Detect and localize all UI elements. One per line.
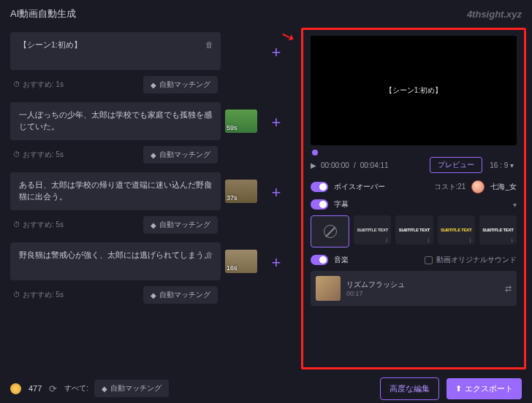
voiceover-toggle[interactable]: [311, 182, 328, 192]
auto-match-all-button[interactable]: ◆ 自動マッチング: [94, 380, 169, 397]
page-title: AI動画自動生成: [10, 7, 76, 20]
preview-button[interactable]: プレビュー: [430, 157, 482, 173]
refresh-button[interactable]: ⟳: [49, 383, 57, 394]
scene-card: ある日、太郎は学校の帰り道で道端に迷い込んだ野良猫に出会う。 🗑 ⏱ おすすめ:…: [10, 172, 289, 237]
aspect-ratio-select[interactable]: 16 : 9 ▾: [487, 159, 517, 172]
scene-card: 野良猫は警戒心が強く、太郎には逃げられてしまう。 🗑 ⏱ おすすめ: 5s ◆自…: [10, 242, 289, 307]
add-scene-button[interactable]: +: [263, 102, 289, 143]
delete-icon[interactable]: 🗑: [205, 250, 213, 261]
play-button[interactable]: ▶: [311, 161, 316, 169]
subtitle-style-option[interactable]: SUBTITLE TEXT↓: [438, 215, 475, 245]
subtitle-style-label: SUBTITLE TEXT: [399, 228, 430, 232]
music-swap-icon[interactable]: ⇄: [505, 284, 512, 293]
current-time: 00:00:00: [321, 161, 349, 169]
auto-match-button[interactable]: ◆自動マッチング: [143, 216, 218, 234]
scene-text[interactable]: 一人ぼっちの少年、太郎は学校でも家庭でも孤独を感じていた。 🗑: [10, 102, 221, 140]
time-sep: /: [354, 161, 356, 169]
subtitle-style-option[interactable]: SUBTITLE TEXT↓: [395, 215, 433, 245]
music-thumb: [316, 276, 341, 301]
subtitle-style-label: SUBTITLE TEXT: [357, 228, 388, 232]
diamond-icon: ◆: [151, 81, 156, 89]
scene-card: 【シーン1:初め】 🗑 ⏱ おすすめ: 1s ◆自動マッチング +: [10, 32, 289, 96]
add-scene-button[interactable]: +: [263, 242, 289, 283]
music-toggle[interactable]: [311, 255, 328, 265]
scenes-panel: 【シーン1:初め】 🗑 ⏱ おすすめ: 1s ◆自動マッチング + 一人ぼっちの…: [0, 26, 298, 372]
subtitle-toggle[interactable]: [311, 199, 328, 210]
download-icon[interactable]: ↓: [511, 236, 514, 243]
subtitle-style-label: SUBTITLE TEXT: [482, 228, 513, 232]
subtitle-expand[interactable]: ▾: [513, 201, 517, 209]
voice-name[interactable]: 七海_女: [490, 182, 517, 192]
watermark: 4thsight.xyz: [467, 9, 522, 20]
subtitle-style-option[interactable]: SUBTITLE TEXT↓: [354, 215, 391, 245]
subtitle-style-option[interactable]: [311, 215, 349, 247]
diamond-icon: ◆: [151, 151, 156, 159]
auto-match-button[interactable]: ◆自動マッチング: [143, 286, 218, 304]
delete-icon[interactable]: 🗑: [205, 180, 213, 191]
original-sound-checkbox[interactable]: [425, 256, 433, 264]
diamond-icon: ◆: [151, 221, 156, 229]
scene-thumb[interactable]: 59s: [225, 110, 257, 133]
timeline-playhead[interactable]: [312, 150, 318, 156]
download-icon[interactable]: ↓: [385, 236, 389, 243]
footer: 477 ⟳ すべて: ◆ 自動マッチング 高度な編集 ⬆ エクスポート: [0, 374, 532, 403]
subtitle-style-option[interactable]: SUBTITLE TEXT↓: [479, 215, 517, 245]
auto-match-button[interactable]: ◆自動マッチング: [143, 146, 218, 164]
all-label: すべて:: [64, 383, 88, 394]
video-preview[interactable]: 【シーン1:初め】: [311, 36, 517, 145]
recommend-label: ⏱ おすすめ: 5s: [13, 150, 64, 160]
music-label: 音楽: [334, 255, 349, 265]
delete-icon[interactable]: 🗑: [205, 110, 213, 121]
voiceover-label: ボイスオーバー: [334, 182, 385, 192]
recommend-label: ⏱ おすすめ: 1s: [13, 80, 64, 90]
auto-match-button[interactable]: ◆自動マッチング: [143, 76, 218, 93]
coin-icon: [10, 383, 21, 394]
music-track-duration: 00:17: [346, 290, 499, 297]
add-scene-button[interactable]: +: [263, 172, 289, 213]
advanced-edit-button[interactable]: 高度な編集: [380, 377, 439, 400]
voiceover-cost: コスト:21: [434, 182, 466, 192]
thumb-duration: 16s: [227, 264, 238, 272]
export-button[interactable]: ⬆ エクスポート: [446, 378, 522, 399]
recommend-label: ⏱ おすすめ: 5s: [13, 220, 64, 230]
delete-icon[interactable]: 🗑: [205, 39, 213, 51]
music-track-name: リズムフラッシュ: [346, 280, 499, 290]
diamond-icon: ◆: [102, 385, 107, 393]
recommend-label: ⏱ おすすめ: 5s: [13, 290, 64, 300]
original-sound-label: 動画オリジナルサウンド: [436, 255, 517, 265]
music-track[interactable]: リズムフラッシュ 00:17 ⇄: [311, 271, 517, 306]
scene-card: 一人ぼっちの少年、太郎は学校でも家庭でも孤独を感じていた。 🗑 ⏱ おすすめ: …: [10, 102, 289, 166]
scene-text[interactable]: 野良猫は警戒心が強く、太郎には逃げられてしまう。 🗑: [10, 242, 221, 280]
scene-text[interactable]: 【シーン1:初め】 🗑: [10, 32, 221, 70]
total-time: 00:04:11: [360, 161, 389, 169]
subtitle-style-label: SUBTITLE TEXT: [441, 228, 471, 232]
download-icon[interactable]: ↓: [427, 236, 430, 243]
preview-scene-label: 【シーン1:初め】: [385, 85, 442, 96]
scene-thumb[interactable]: 16s: [225, 250, 257, 273]
subtitle-label: 字幕: [334, 199, 349, 210]
scene-text[interactable]: ある日、太郎は学校の帰り道で道端に迷い込んだ野良猫に出会う。 🗑: [10, 172, 221, 210]
upload-icon: ⬆: [455, 384, 462, 394]
diamond-icon: ◆: [151, 291, 156, 299]
credits-count: 477: [28, 384, 42, 393]
subtitle-style-list: SUBTITLE TEXT↓SUBTITLE TEXT↓SUBTITLE TEX…: [311, 215, 517, 247]
preview-panel: ➘ 【シーン1:初め】 ▶ 00:00:00 / 00:04:11 プレビュー …: [301, 28, 526, 369]
download-icon[interactable]: ↓: [468, 236, 472, 243]
thumb-duration: 59s: [227, 124, 238, 131]
scene-thumb[interactable]: 37s: [225, 180, 257, 203]
voice-avatar[interactable]: [471, 180, 484, 193]
thumb-duration: 37s: [227, 194, 238, 202]
none-icon: [324, 225, 337, 238]
